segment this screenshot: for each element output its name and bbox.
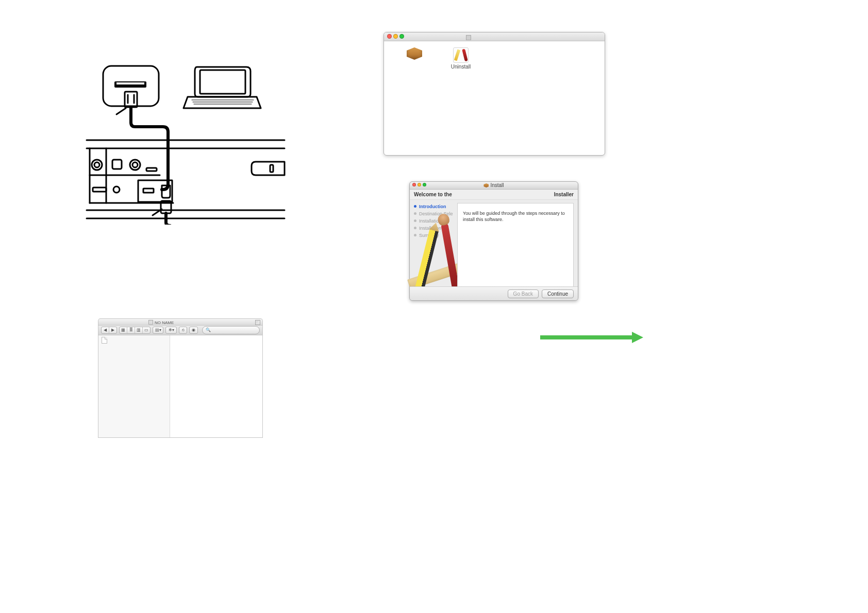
package-icon	[407, 47, 422, 60]
finder-titlebar[interactable]: NO NAME	[98, 318, 263, 325]
svg-point-25	[113, 186, 120, 193]
step-introduction: Introduction	[414, 203, 457, 210]
share-button[interactable]: ⎋	[179, 327, 188, 334]
tags-button[interactable]: ◉	[189, 327, 198, 334]
tag-icon: ◉	[192, 328, 195, 332]
svg-rect-20	[112, 160, 122, 169]
finder-content[interactable]	[170, 335, 262, 437]
svg-point-18	[92, 160, 102, 170]
zoom-icon[interactable]	[399, 34, 404, 39]
go-back-button: Go Back	[508, 290, 539, 298]
close-icon[interactable]	[387, 34, 392, 39]
continue-button[interactable]: Continue	[542, 290, 574, 298]
arrange-icon: ▤▾	[155, 328, 161, 332]
column-view-icon: ▥	[135, 327, 142, 333]
installer-body-text: You will be guided through the steps nec…	[463, 211, 568, 223]
sidebar-item[interactable]	[98, 335, 170, 345]
installer-window: Install Welcome to the Installer Introdu…	[409, 181, 578, 301]
document-icon	[102, 337, 107, 344]
step-installation: Installation	[414, 225, 457, 232]
svg-rect-3	[125, 92, 137, 107]
installer-package[interactable]	[399, 47, 429, 63]
fullscreen-icon[interactable]	[255, 320, 260, 325]
chevron-right-icon: ▶	[109, 327, 116, 333]
svg-rect-6	[200, 70, 245, 94]
window-title-text: NO NAME	[155, 320, 174, 325]
step-summary: Summary	[414, 232, 457, 239]
volume-icon	[148, 320, 153, 325]
arrange-menu[interactable]: ▤▾	[153, 327, 163, 334]
svg-point-22	[132, 162, 138, 167]
chevron-left-icon: ◀	[102, 327, 109, 333]
installer-heading-left: Welcome to the	[414, 192, 452, 197]
continue-arrow	[540, 332, 643, 343]
svg-point-21	[130, 160, 140, 170]
proxy-icon	[466, 35, 471, 40]
coverflow-view-icon: ▭	[143, 327, 150, 333]
svg-rect-23	[146, 168, 157, 171]
arrow-right-icon	[540, 332, 643, 343]
svg-rect-2	[116, 82, 144, 84]
action-menu[interactable]: ✻▾	[165, 327, 176, 334]
window-title-text: Install	[490, 182, 504, 188]
uninstall-icon	[453, 47, 469, 63]
finder-window-no-name: NO NAME ◀ ▶ ▦ ≣ ▥ ▭ ▤▾ ✻▾ ⎋	[98, 318, 263, 436]
usb-connection-diagram	[86, 61, 286, 225]
minimize-icon[interactable]	[393, 34, 398, 39]
package-icon	[483, 183, 489, 188]
installer-heading-right: Installer	[554, 192, 574, 197]
search-icon: 🔍	[206, 328, 211, 332]
icon-view-icon: ▦	[120, 327, 127, 333]
svg-rect-30	[270, 165, 273, 172]
gear-icon: ✻▾	[169, 328, 174, 332]
step-destination: Destination Sele	[414, 210, 457, 217]
list-view-icon: ≣	[127, 327, 135, 333]
installer-steps-sidebar: Introduction Destination Sele Installati…	[410, 200, 457, 292]
search-field[interactable]: 🔍	[202, 326, 260, 334]
svg-rect-27	[143, 189, 154, 193]
finder-toolbar: ◀ ▶ ▦ ≣ ▥ ▭ ▤▾ ✻▾ ⎋ ◉ 🔍	[98, 325, 263, 335]
installer-titlebar[interactable]: Install	[410, 182, 578, 190]
installer-content-pane: You will be guided through the steps nec…	[457, 203, 574, 292]
nav-back-forward[interactable]: ◀ ▶	[101, 327, 117, 334]
svg-rect-24	[93, 188, 106, 192]
window-title: NO NAME	[148, 320, 174, 325]
share-icon: ⎋	[182, 328, 185, 332]
finder-sidebar[interactable]	[98, 335, 170, 437]
step-installation-type: Installation	[414, 217, 457, 225]
uninstall-app[interactable]: Uninstall	[446, 47, 476, 70]
svg-point-19	[94, 162, 99, 167]
svg-point-28	[165, 188, 167, 190]
search-input[interactable]	[213, 328, 256, 333]
file-label: Uninstall	[446, 64, 476, 70]
finder-titlebar[interactable]	[384, 32, 605, 41]
view-switcher[interactable]: ▦ ≣ ▥ ▭	[119, 327, 151, 334]
window-title: Install	[410, 182, 578, 189]
finder-window-driver-folder: Uninstall	[383, 32, 605, 156]
